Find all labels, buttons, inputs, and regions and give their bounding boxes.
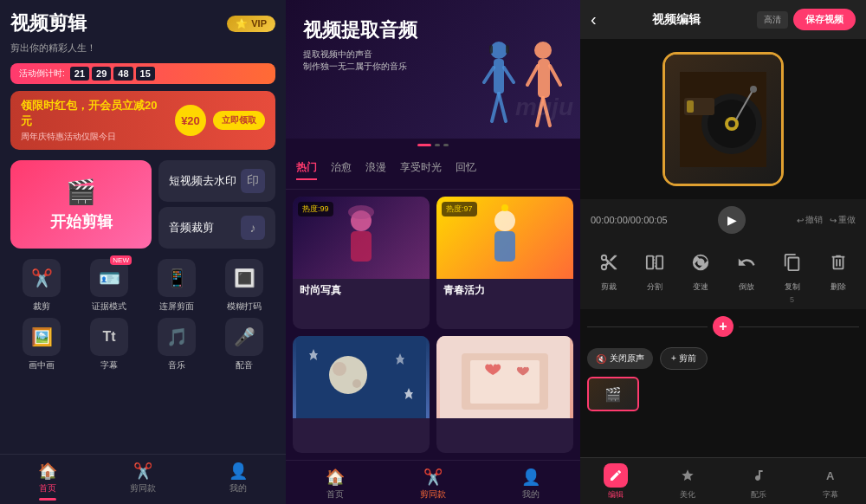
copy-label: 复制 bbox=[785, 281, 800, 293]
cat-tab-healing[interactable]: 治愈 bbox=[331, 160, 352, 180]
add-clip-button[interactable]: + 剪前 bbox=[660, 347, 708, 370]
back-button[interactable]: ‹ bbox=[591, 10, 597, 29]
cat-tab-romance[interactable]: 浪漫 bbox=[365, 160, 386, 180]
mute-icon: 🔇 bbox=[596, 354, 606, 364]
nav-profile[interactable]: 👤 我的 bbox=[191, 462, 286, 501]
promo-subtitle: 周年庆特惠活动仅限今日 bbox=[21, 131, 168, 143]
svg-point-22 bbox=[333, 362, 346, 376]
tool-speed[interactable]: 变速 bbox=[684, 246, 717, 304]
cat-tab-leisure[interactable]: 享受时光 bbox=[400, 160, 442, 180]
close-original-label: 关闭原声 bbox=[610, 352, 644, 365]
save-video-button[interactable]: 保存视频 bbox=[793, 9, 856, 30]
love-art bbox=[436, 336, 573, 418]
reverse-icon bbox=[730, 246, 763, 279]
multiscreen-label: 连屏剪面 bbox=[159, 300, 194, 313]
tool-evidence-mode[interactable]: 🪪 NEW 证据模式 bbox=[78, 259, 140, 313]
tool-delete[interactable]: 删除 bbox=[822, 246, 855, 304]
promo-claim-button[interactable]: 立即领取 bbox=[213, 111, 265, 130]
audio-icon: ♪ bbox=[241, 216, 265, 240]
audio-trim-label: 音频裁剪 bbox=[169, 220, 214, 236]
play-button[interactable]: ▶ bbox=[718, 206, 746, 234]
music-tab-label: 配乐 bbox=[751, 489, 766, 501]
subtitle-icon-tool: Tt bbox=[90, 318, 128, 356]
template-youth[interactable]: 热度:97 青春活力 bbox=[436, 197, 573, 329]
tool-multiscreen[interactable]: 📱 连屏剪面 bbox=[145, 259, 208, 313]
svg-point-38 bbox=[750, 86, 757, 93]
banner-desc-line1: 提取视频中的声音 bbox=[303, 49, 372, 59]
fashion-name: 时尚写真 bbox=[293, 279, 430, 302]
editor-tab-music[interactable]: 配乐 bbox=[723, 463, 795, 501]
svg-rect-39 bbox=[646, 256, 652, 269]
start-edit-button[interactable]: 🎬 开始剪辑 bbox=[10, 160, 152, 249]
delete-label: 删除 bbox=[830, 281, 846, 293]
svg-rect-29 bbox=[470, 360, 540, 404]
watermark-remove-button[interactable]: 短视频去水印 印 bbox=[158, 160, 275, 202]
banner-desc-line2: 制作独一无二属于你的音乐 bbox=[303, 61, 407, 71]
svg-line-2 bbox=[484, 68, 494, 82]
tool-copy[interactable]: 复制 5 bbox=[776, 246, 809, 304]
tool-reverse[interactable]: 倒放 bbox=[730, 246, 763, 304]
cat-tab-hot[interactable]: 热门 bbox=[296, 160, 317, 180]
nav-template[interactable]: ✂️ 剪同款 bbox=[95, 462, 191, 501]
nav-home[interactable]: 🏠 首页 bbox=[0, 462, 95, 501]
digit-minutes: 29 bbox=[92, 67, 111, 81]
home-icon: 🏠 bbox=[38, 462, 57, 481]
add-segment-button[interactable]: + bbox=[713, 316, 734, 337]
indicator-2 bbox=[443, 144, 449, 146]
hd-button[interactable]: 高清 bbox=[757, 11, 788, 29]
tool-subtitle[interactable]: Tt 字幕 bbox=[78, 318, 140, 372]
editor-tab-beautify[interactable]: 美化 bbox=[652, 463, 724, 501]
audio-trim-button[interactable]: 音频裁剪 ♪ bbox=[158, 207, 275, 249]
svg-point-34 bbox=[728, 120, 735, 127]
subtitle-tab-icon: A bbox=[818, 463, 843, 488]
svg-point-23 bbox=[352, 379, 361, 388]
close-original-button[interactable]: 🔇 关闭原声 bbox=[587, 348, 653, 369]
redo-button[interactable]: ↪ 重做 bbox=[830, 214, 856, 226]
video-frame bbox=[662, 52, 784, 186]
tool-voiceover[interactable]: 🎤 配音 bbox=[213, 318, 275, 372]
svg-line-4 bbox=[492, 94, 499, 121]
timeline-add-btn-row: + bbox=[587, 316, 859, 337]
svg-rect-40 bbox=[656, 256, 662, 269]
nav2-home[interactable]: 🏠 首页 bbox=[286, 468, 384, 501]
profile-icon: 👤 bbox=[229, 462, 248, 481]
tool-music[interactable]: 🎵 音乐 bbox=[145, 318, 208, 372]
tool-pip[interactable]: 🖼️ 画中画 bbox=[10, 318, 73, 372]
template-love[interactable] bbox=[436, 336, 573, 454]
vip-star-icon: ⭐ bbox=[236, 18, 248, 29]
copy-count: 5 bbox=[790, 295, 794, 304]
timeline-line bbox=[587, 326, 708, 327]
voiceover-icon: 🎤 bbox=[225, 318, 263, 356]
template-fashion-thumb: 热度:99 bbox=[293, 197, 430, 279]
music-tab-icon bbox=[746, 463, 771, 488]
tool-split[interactable]: 分割 bbox=[638, 246, 671, 304]
nav2-profile[interactable]: 👤 我的 bbox=[482, 468, 580, 501]
vip-badge[interactable]: ⭐ VIP bbox=[227, 16, 275, 32]
watermark-icon: 印 bbox=[241, 169, 265, 193]
crop-icon: ✂️ bbox=[23, 259, 61, 297]
tool-crop[interactable]: ✂️ 裁剪 bbox=[10, 259, 73, 313]
banner-hero: 视频提取音频 提取视频中的声音 制作独一无二属于你的音乐 bbox=[286, 0, 580, 139]
svg-point-8 bbox=[534, 42, 552, 59]
pip-label: 画中画 bbox=[29, 359, 55, 372]
cat-tab-memory[interactable]: 回忆 bbox=[456, 160, 476, 180]
category-tabs: 热门 治愈 浪漫 享受时光 回忆 bbox=[286, 152, 580, 190]
svg-rect-9 bbox=[538, 59, 550, 98]
edit-tab-label: 编辑 bbox=[608, 489, 624, 501]
undo-redo: ↩ 撤销 ↪ 重做 bbox=[797, 214, 856, 226]
tool-cut[interactable]: 剪裁 bbox=[592, 246, 625, 304]
tools-grid: ✂️ 裁剪 🪪 NEW 证据模式 📱 连屏剪面 🔳 模糊打码 🖼️ 画中画 Tt… bbox=[10, 259, 275, 372]
split-svg bbox=[645, 253, 664, 272]
template-fashion[interactable]: 热度:99 时尚写真 bbox=[293, 197, 430, 329]
editor-tab-subtitle[interactable]: A 字幕 bbox=[795, 463, 867, 501]
nav2-template[interactable]: ✂️ 剪同款 bbox=[384, 468, 481, 501]
love-name bbox=[436, 418, 573, 427]
clip-thumbnail[interactable]: 🎬 bbox=[587, 377, 639, 411]
undo-button[interactable]: ↩ 撤销 bbox=[797, 214, 823, 226]
beautify-tab-label: 美化 bbox=[680, 489, 695, 501]
editor-tab-edit[interactable]: 编辑 bbox=[580, 463, 652, 501]
template-sky[interactable] bbox=[293, 336, 430, 454]
tool-blur[interactable]: 🔳 模糊打码 bbox=[213, 259, 275, 313]
nav2-template-label: 剪同款 bbox=[420, 488, 446, 501]
fashion-art bbox=[335, 204, 387, 273]
